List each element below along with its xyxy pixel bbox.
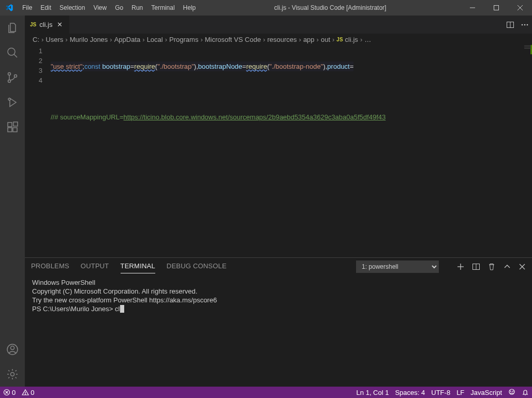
close-panel-icon[interactable]: [519, 263, 526, 270]
editor-group: JS cli.js ✕ C:› Users› Murilo Jones› App…: [25, 16, 532, 387]
terminal-line: Try the new cross-platform PowerShell ht…: [32, 296, 525, 304]
more-actions-icon[interactable]: [518, 21, 532, 29]
crumb[interactable]: Local: [147, 36, 163, 43]
crumb-more[interactable]: …: [364, 36, 371, 43]
crumb[interactable]: Murilo Jones: [70, 36, 108, 43]
menu-selection[interactable]: Selection: [55, 0, 89, 16]
maximize-button[interactable]: [484, 0, 508, 16]
terminal-cursor: [120, 305, 124, 313]
maximize-panel-icon[interactable]: [503, 263, 511, 271]
svg-point-21: [527, 24, 528, 25]
tab-filename: cli.js: [39, 21, 52, 28]
svg-point-8: [14, 75, 17, 78]
menu-run[interactable]: Run: [127, 0, 147, 16]
status-lncol[interactable]: Ln 1, Col 1: [353, 387, 392, 398]
svg-point-19: [522, 24, 523, 25]
menu-go[interactable]: Go: [111, 0, 127, 16]
status-bar: 0 0 Ln 1, Col 1 Spaces: 4 UTF-8 LF JavaS…: [0, 387, 532, 398]
terminal-prompt-line: PS C:\Users\Murilo Jones> cl: [32, 304, 525, 313]
vscode-logo-icon: [0, 4, 18, 12]
panel: Problems Output Terminal Debug Console 1…: [25, 257, 532, 387]
line-numbers: 1 2 3 4: [25, 45, 51, 257]
code-editor[interactable]: 1 2 3 4 "use strict";const bootstrap=req…: [25, 45, 532, 257]
tab-terminal[interactable]: Terminal: [121, 260, 155, 273]
new-terminal-icon[interactable]: [456, 263, 465, 271]
split-editor-icon[interactable]: [503, 21, 518, 29]
breadcrumb[interactable]: C:› Users› Murilo Jones› AppData› Local›…: [25, 34, 532, 45]
svg-rect-12: [13, 128, 17, 132]
crumb[interactable]: app: [303, 36, 315, 43]
terminal-line: Windows PowerShell: [32, 278, 525, 287]
explorer-icon[interactable]: [0, 16, 25, 40]
svg-point-34: [511, 391, 511, 392]
svg-point-6: [8, 73, 11, 75]
crumb[interactable]: Microsoft VS Code: [205, 36, 261, 43]
menu-terminal[interactable]: Terminal: [147, 0, 179, 16]
menu-edit[interactable]: Edit: [36, 0, 55, 16]
tab-problems[interactable]: Problems: [31, 260, 69, 273]
crumb[interactable]: Users: [46, 36, 63, 43]
status-feedback-icon[interactable]: [505, 387, 519, 398]
svg-point-16: [11, 373, 14, 376]
activity-bar: [0, 16, 25, 387]
kill-terminal-icon[interactable]: [487, 263, 496, 271]
settings-gear-icon[interactable]: [0, 362, 25, 387]
split-terminal-icon[interactable]: [472, 263, 480, 271]
svg-point-4: [8, 48, 15, 55]
svg-point-33: [509, 389, 514, 394]
crumb[interactable]: resources: [267, 36, 297, 43]
minimize-button[interactable]: [461, 0, 484, 16]
minimap[interactable]: [523, 45, 532, 257]
window-controls: [461, 0, 532, 16]
menu-help[interactable]: Help: [179, 0, 200, 16]
main-area: JS cli.js ✕ C:› Users› Murilo Jones› App…: [0, 16, 532, 387]
editor-tab[interactable]: JS cli.js ✕: [25, 16, 70, 34]
tab-output[interactable]: Output: [81, 260, 109, 273]
crumb[interactable]: C:: [33, 36, 39, 43]
tab-close-icon[interactable]: ✕: [56, 21, 64, 28]
svg-rect-10: [8, 123, 12, 127]
terminal-line: Copyright (C) Microsoft Corporation. All…: [32, 287, 525, 296]
panel-tabs: Problems Output Terminal Debug Console 1…: [25, 258, 532, 275]
svg-point-35: [513, 391, 513, 392]
crumb-file[interactable]: cli.js: [345, 36, 358, 43]
close-button[interactable]: [508, 0, 532, 16]
accounts-icon[interactable]: [0, 337, 25, 362]
title-bar: File Edit Selection View Go Run Terminal…: [0, 0, 532, 16]
code-content[interactable]: "use strict";const bootstrap=require("./…: [51, 45, 523, 257]
svg-point-9: [8, 98, 10, 100]
status-language[interactable]: JavaScript: [467, 387, 505, 398]
status-notifications-icon[interactable]: [519, 387, 532, 398]
svg-point-20: [524, 24, 526, 25]
status-encoding[interactable]: UTF-8: [428, 387, 453, 398]
status-errors[interactable]: 0: [0, 387, 19, 398]
crumb[interactable]: out: [321, 36, 330, 43]
svg-line-5: [14, 54, 17, 57]
crumb[interactable]: AppData: [114, 36, 141, 43]
svg-rect-1: [494, 6, 499, 10]
run-debug-icon[interactable]: [0, 90, 25, 115]
status-spaces[interactable]: Spaces: 4: [392, 387, 428, 398]
window-title: cli.js - Visual Studio Code [Administrat…: [200, 4, 461, 11]
svg-rect-13: [13, 122, 18, 126]
menu-file[interactable]: File: [18, 0, 36, 16]
search-icon[interactable]: [0, 40, 25, 65]
tab-debug-console[interactable]: Debug Console: [167, 260, 227, 273]
menu-view[interactable]: View: [89, 0, 111, 16]
status-warnings[interactable]: 0: [19, 387, 37, 398]
editor-split: 1 2 3 4 "use strict";const bootstrap=req…: [25, 45, 532, 387]
terminal-shell-select[interactable]: 1: powershell: [356, 261, 439, 273]
status-eol[interactable]: LF: [453, 387, 467, 398]
svg-point-7: [8, 80, 11, 83]
svg-point-15: [11, 346, 14, 350]
source-control-icon[interactable]: [0, 65, 25, 90]
svg-point-32: [25, 394, 26, 394]
extensions-icon[interactable]: [0, 115, 25, 140]
js-file-icon: JS: [30, 22, 36, 27]
menu-bar: File Edit Selection View Go Run Terminal…: [18, 0, 200, 16]
js-file-icon: JS: [336, 37, 343, 42]
tab-bar: JS cli.js ✕: [25, 16, 532, 34]
terminal[interactable]: Windows PowerShell Copyright (C) Microso…: [25, 275, 532, 387]
crumb[interactable]: Programs: [169, 36, 198, 43]
svg-rect-11: [8, 128, 12, 132]
